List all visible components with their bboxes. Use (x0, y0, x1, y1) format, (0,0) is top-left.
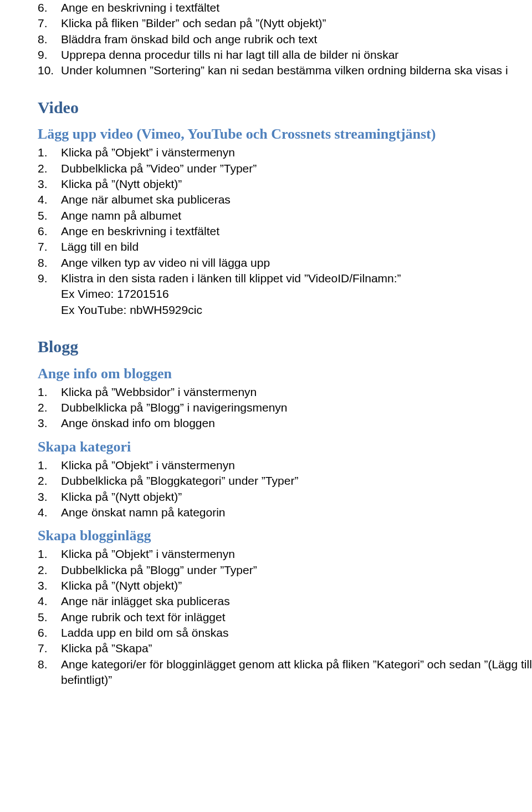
list-item-text: Ange namn på albumet (61, 208, 532, 224)
list-item-text: Ange önskat namn på kategorin (61, 505, 532, 520)
list-item: 7.Klicka på fliken ”Bilder” och sedan på… (61, 16, 532, 31)
list-item-number: 2. (38, 473, 58, 489)
list-item-number: 3. (38, 489, 58, 505)
list-item-extra: Ex Vimeo: 17201516 (61, 286, 532, 302)
list-item-text: Dubbelklicka på ”Blogg” i navigeringsmen… (61, 400, 532, 415)
list-item-number: 1. (38, 384, 58, 400)
list-item-number: 7. (38, 641, 58, 656)
list-item-text: Ange en beskrivning i textfältet (61, 0, 532, 16)
list-item: 4.Ange önskat namn på kategorin (61, 505, 532, 520)
list-item-text: Klicka på ”Objekt” i vänstermenyn (61, 458, 532, 473)
list-item-number: 6. (38, 224, 58, 239)
list-item-number: 1. (38, 145, 58, 160)
list-item: 8.Bläddra fram önskad bild och ange rubr… (61, 32, 532, 47)
list-item-text: Klicka på fliken ”Bilder” och sedan på ”… (61, 16, 532, 31)
list-item: 3.Klicka på ”(Nytt objekt)” (61, 578, 532, 593)
list-item-number: 10. (38, 63, 58, 78)
list-item: 8.Ange vilken typ av video ni vill lägga… (61, 255, 532, 271)
list-item-text: Klistra in den sista raden i länken till… (61, 271, 532, 286)
list-item-number: 3. (38, 176, 58, 192)
list-item-number: 4. (38, 593, 58, 609)
list-item-text: Klicka på ”(Nytt objekt)” (61, 578, 532, 593)
subheading-blogg-inlagg: Skapa blogginlägg (38, 526, 532, 545)
heading-video: Video (38, 97, 532, 119)
list-item-number: 9. (38, 47, 58, 63)
list-item: 4.Ange när inlägget ska publiceras (61, 593, 532, 609)
list-item: 2.Dubbelklicka på ”Bloggkategori” under … (61, 473, 532, 489)
list-item-number: 1. (38, 546, 58, 562)
list-item: 5.Ange rubrik och text för inlägget (61, 610, 532, 625)
list-item-number: 8. (38, 32, 58, 47)
list-item-number: 2. (38, 161, 58, 176)
ordered-list-video: 1.Klicka på ”Objekt” i vänstermenyn2.Dub… (38, 145, 532, 318)
list-item-text: Bläddra fram önskad bild och ange rubrik… (61, 32, 532, 47)
document-page: 6.Ange en beskrivning i textfältet7.Klic… (0, 0, 532, 688)
list-item: 6.Ladda upp en bild om så önskas (61, 625, 532, 641)
list-item-text: Klicka på ”Objekt” i vänstermenyn (61, 145, 532, 160)
list-item-number: 4. (38, 192, 58, 207)
list-item-text: Klicka på ”Skapa” (61, 641, 532, 656)
list-item: 9.Klistra in den sista raden i länken ti… (61, 271, 532, 318)
list-item-text: Ange kategori/er för blogginlägget genom… (61, 657, 532, 688)
list-item-text: Ange rubrik och text för inlägget (61, 610, 532, 625)
list-item-number: 7. (38, 16, 58, 31)
list-item-text: Ange när inlägget ska publiceras (61, 593, 532, 609)
list-item-text: Ange när albumet ska publiceras (61, 192, 532, 207)
list-item: 2.Dubbelklicka på ”Blogg” i navigeringsm… (61, 400, 532, 415)
list-item-number: 6. (38, 0, 58, 16)
list-item-number: 3. (38, 578, 58, 593)
list-item-number: 5. (38, 208, 58, 224)
list-item: 2.Dubbelklicka på ”Blogg” under ”Typer” (61, 562, 532, 578)
list-item: 1.Klicka på ”Objekt” i vänstermenyn (61, 546, 532, 562)
ordered-list-blogg-kategori: 1.Klicka på ”Objekt” i vänstermenyn2.Dub… (38, 458, 532, 520)
list-item: 3.Klicka på ”(Nytt objekt)” (61, 176, 532, 192)
ordered-list-blogg-info: 1.Klicka på ”Webbsidor” i vänstermenyn2.… (38, 384, 532, 432)
list-item-text: Klicka på ”Webbsidor” i vänstermenyn (61, 384, 532, 400)
list-item: 3.Ange önskad info om bloggen (61, 415, 532, 431)
list-item-text: Ange en beskrivning i textfältet (61, 224, 532, 239)
list-item: 10.Under kolumnen ”Sortering” kan ni sed… (61, 63, 532, 78)
list-item-text: Dubbelklicka på ”Bloggkategori” under ”T… (61, 473, 532, 489)
list-item-text: Dubbelklicka på ”Video” under ”Typer” (61, 161, 532, 176)
list-item: 3.Klicka på ”(Nytt objekt)” (61, 489, 532, 505)
list-item: 7.Lägg till en bild (61, 239, 532, 255)
subheading-blogg-info: Ange info om bloggen (38, 364, 532, 383)
list-item-number: 2. (38, 400, 58, 415)
list-item-number: 7. (38, 239, 58, 255)
list-item-text: Klicka på ”(Nytt objekt)” (61, 489, 532, 505)
list-item-number: 8. (38, 255, 58, 271)
list-item-number: 2. (38, 562, 58, 578)
list-item-number: 9. (38, 271, 58, 286)
list-item: 6.Ange en beskrivning i textfältet (61, 0, 532, 16)
list-item-text: Dubbelklicka på ”Blogg” under ”Typer” (61, 562, 532, 578)
list-item-number: 3. (38, 415, 58, 431)
list-item: 5.Ange namn på albumet (61, 208, 532, 224)
list-item-text: Ange önskad info om bloggen (61, 415, 532, 431)
list-item: 2.Dubbelklicka på ”Video” under ”Typer” (61, 161, 532, 176)
list-item-text: Klicka på ”(Nytt objekt)” (61, 176, 532, 192)
subheading-video-upload: Lägg upp video (Vimeo, YouTube och Cross… (38, 124, 532, 144)
list-item-text: Upprepa denna procedur tills ni har lagt… (61, 47, 532, 63)
list-item: 8.Ange kategori/er för blogginlägget gen… (61, 657, 532, 688)
subheading-blogg-kategori: Skapa kategori (38, 437, 532, 456)
list-item-text: Under kolumnen ”Sortering” kan ni sedan … (61, 63, 532, 78)
list-item: 9.Upprepa denna procedur tills ni har la… (61, 47, 532, 63)
list-item: 6.Ange en beskrivning i textfältet (61, 224, 532, 239)
heading-blogg: Blogg (38, 336, 532, 358)
list-item-number: 4. (38, 505, 58, 520)
list-item-extra: Ex YouTube: nbWH5929cic (61, 302, 532, 318)
list-item-text: Ange vilken typ av video ni vill lägga u… (61, 255, 532, 271)
list-item: 1.Klicka på ”Objekt” i vänstermenyn (61, 458, 532, 473)
list-item-text: Lägg till en bild (61, 239, 532, 255)
ordered-list-blogg-inlagg: 1.Klicka på ”Objekt” i vänstermenyn2.Dub… (38, 546, 532, 688)
list-item-number: 8. (38, 657, 58, 672)
list-item-text: Klicka på ”Objekt” i vänstermenyn (61, 546, 532, 562)
list-item: 1.Klicka på ”Webbsidor” i vänstermenyn (61, 384, 532, 400)
list-item: 4.Ange när albumet ska publiceras (61, 192, 532, 207)
list-item: 7.Klicka på ”Skapa” (61, 641, 532, 656)
list-item-number: 6. (38, 625, 58, 641)
ordered-list-top: 6.Ange en beskrivning i textfältet7.Klic… (38, 0, 532, 79)
list-item-number: 1. (38, 458, 58, 473)
list-item-number: 5. (38, 610, 58, 625)
list-item: 1.Klicka på ”Objekt” i vänstermenyn (61, 145, 532, 160)
